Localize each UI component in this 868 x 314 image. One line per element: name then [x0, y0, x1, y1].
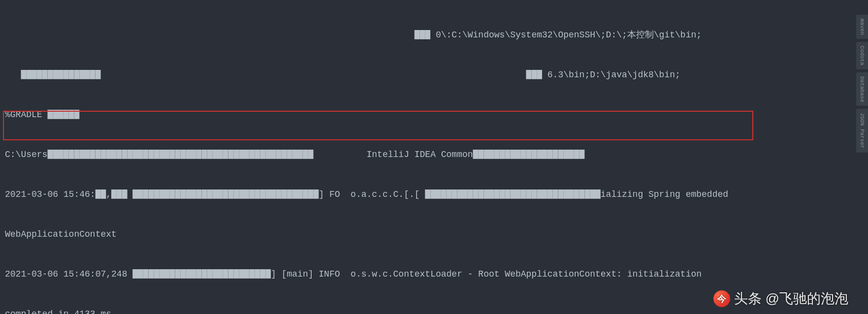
- tool-window-tabs: maven Codota Database JSON Parser: [856, 15, 868, 153]
- side-tab-database[interactable]: Database: [856, 72, 868, 106]
- console-output: ███ 0\:C:\Windows\System32\OpenSSH\;D:\;…: [0, 0, 868, 314]
- log-line: %GRADLE ██████: [5, 108, 863, 122]
- log-line: C:\Users████████████████████████████████…: [5, 148, 863, 161]
- side-tab-codota[interactable]: Codota: [856, 42, 868, 69]
- side-tab-json-parser[interactable]: JSON Parser: [856, 109, 868, 153]
- log-line: ███ 0\:C:\Windows\System32\OpenSSH\;D:\;…: [5, 29, 863, 42]
- log-line: 2021-03-06 15:46:██,███ ████████████████…: [5, 188, 863, 201]
- side-tab-maven[interactable]: maven: [856, 15, 868, 39]
- log-line: WebApplicationContext: [5, 228, 863, 241]
- log-line: 2021-03-06 15:46:07,248 ████████████████…: [5, 268, 863, 281]
- log-line: ███████████████ ███ 6.3\bin;D:\java\jdk8…: [5, 68, 863, 82]
- log-line: completed in 4133 ms: [5, 308, 863, 314]
